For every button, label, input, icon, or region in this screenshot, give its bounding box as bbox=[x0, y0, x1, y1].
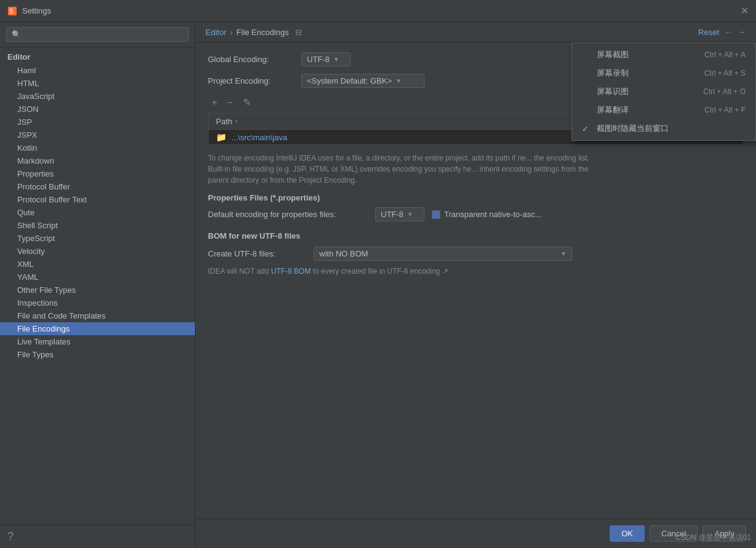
bom-section: BOM for new UTF-8 files Create UTF-8 fil… bbox=[208, 231, 744, 276]
main-panel: Editor › File Encodings ⊟ Reset ← → Glob… bbox=[196, 22, 756, 548]
context-item-ocr-shortcut: Ctrl + Alt + O bbox=[703, 87, 746, 96]
sidebar-item-other-file-types[interactable]: Other File Types bbox=[0, 284, 195, 296]
settings-window: S Settings ✕ Editor Haml HTML JavaScript… bbox=[0, 0, 756, 548]
title-bar: S Settings ✕ bbox=[0, 0, 756, 22]
window-title: Settings bbox=[22, 6, 51, 15]
sidebar-item-xml[interactable]: XML bbox=[0, 258, 195, 271]
path-cell: 📁 ...\src\main\java bbox=[216, 132, 613, 142]
info-text: To change encoding IntelliJ IDEA uses fo… bbox=[208, 153, 608, 186]
panel-content: Global Encoding: UTF-8 ▼ Project Encodin… bbox=[196, 42, 756, 518]
reset-button[interactable]: Reset bbox=[698, 28, 719, 37]
context-item-ocr-label: 屏幕识图 bbox=[597, 86, 629, 97]
default-encoding-label: Default encoding for properties files: bbox=[208, 210, 368, 219]
forward-button[interactable]: → bbox=[738, 27, 746, 37]
sidebar-item-velocity[interactable]: Velocity bbox=[0, 245, 195, 258]
edit-button[interactable]: ✎ bbox=[239, 95, 255, 109]
watermark: CSDN @星星不说话01 bbox=[675, 533, 751, 543]
folder-icon: 📁 bbox=[216, 132, 226, 142]
context-menu-record[interactable]: 屏幕录制 Ctrl + Alt + S bbox=[572, 64, 755, 82]
app-icon: S bbox=[7, 6, 17, 16]
sidebar-item-live-templates[interactable]: Live Templates bbox=[0, 335, 195, 348]
check-icon5: ✓ bbox=[582, 124, 592, 133]
add-button[interactable]: + bbox=[208, 96, 221, 109]
project-encoding-dropdown[interactable]: <System Default: GBK> ▼ bbox=[301, 74, 424, 88]
search-input[interactable] bbox=[6, 27, 189, 42]
sidebar-item-jspx[interactable]: JSPX bbox=[0, 129, 195, 141]
global-encoding-value: UTF-8 bbox=[307, 55, 330, 64]
sidebar-item-file-encodings[interactable]: File Encodings bbox=[0, 322, 195, 335]
header-actions: Reset ← → bbox=[698, 27, 746, 37]
sidebar-item-json[interactable]: JSON bbox=[0, 103, 195, 116]
bom-info-prefix: IDEA will NOT add bbox=[208, 267, 271, 276]
sidebar-item-file-and-code-templates[interactable]: File and Code Templates bbox=[0, 309, 195, 322]
transparent-checkbox[interactable] bbox=[432, 210, 440, 219]
search-container bbox=[0, 22, 195, 47]
bom-info-text: IDEA will NOT add UTF-8 BOM to every cre… bbox=[208, 267, 744, 276]
remove-button[interactable]: − bbox=[223, 96, 236, 109]
bom-section-title: BOM for new UTF-8 files bbox=[208, 231, 744, 240]
sidebar-item-markdown[interactable]: Markdown bbox=[0, 154, 195, 167]
dropdown-arrow-icon3: ▼ bbox=[407, 211, 413, 218]
global-encoding-label: Global Encoding: bbox=[208, 55, 294, 64]
sidebar-item-html[interactable]: HTML bbox=[0, 77, 195, 90]
context-menu-screenshot[interactable]: 屏幕截图 Ctrl + Alt + A bbox=[572, 46, 755, 64]
context-item-screenshot-shortcut: Ctrl + Alt + A bbox=[704, 50, 746, 59]
context-item-screenshot-label: 屏幕截图 bbox=[597, 49, 629, 60]
context-menu-translate[interactable]: 屏幕翻译 Ctrl + Alt + F bbox=[572, 101, 755, 119]
sidebar: Editor Haml HTML JavaScript JSON JSP JSP… bbox=[0, 22, 196, 548]
sidebar-item-qute[interactable]: Qute bbox=[0, 206, 195, 219]
bom-create-label: Create UTF-8 files: bbox=[208, 249, 306, 258]
dropdown-arrow-icon2: ▼ bbox=[396, 77, 402, 84]
breadcrumb: Editor › File Encodings ⊟ bbox=[205, 28, 302, 37]
breadcrumb-separator: › bbox=[230, 28, 233, 37]
sidebar-item-shell-script[interactable]: Shell Script bbox=[0, 219, 195, 232]
sidebar-item-properties[interactable]: Properties bbox=[0, 167, 195, 180]
transparent-label: Transparent native-to-asc... bbox=[444, 210, 541, 219]
project-encoding-value: <System Default: GBK> bbox=[307, 76, 392, 85]
project-encoding-label: Project Encoding: bbox=[208, 76, 294, 85]
path-value: ...\src\main\java bbox=[231, 133, 287, 142]
settings-pin-icon: ⊟ bbox=[295, 28, 302, 37]
close-button[interactable]: ✕ bbox=[741, 5, 749, 17]
path-column-header[interactable]: Path ↑ bbox=[209, 114, 620, 129]
context-menu-ocr[interactable]: 屏幕识图 Ctrl + Alt + O bbox=[572, 82, 755, 101]
sidebar-bottom: ? bbox=[0, 525, 195, 548]
default-encoding-row: Default encoding for properties files: U… bbox=[208, 207, 744, 221]
svg-text:S: S bbox=[9, 8, 14, 15]
bom-info-link[interactable]: UTF-8 BOM bbox=[271, 267, 311, 276]
context-item-translate-label: 屏幕翻译 bbox=[597, 105, 629, 116]
main-content-area: Editor Haml HTML JavaScript JSON JSP JSP… bbox=[0, 22, 756, 548]
panel-header: Editor › File Encodings ⊟ Reset ← → bbox=[196, 22, 756, 42]
context-menu-hide-window[interactable]: ✓ 截图时隐藏当前窗口 bbox=[572, 119, 755, 138]
sidebar-item-jsp[interactable]: JSP bbox=[0, 116, 195, 129]
sidebar-item-inspections[interactable]: Inspections bbox=[0, 296, 195, 309]
bom-create-dropdown[interactable]: with NO BOM ▼ bbox=[314, 247, 572, 261]
sort-arrow-icon: ↑ bbox=[235, 118, 238, 125]
sidebar-item-haml[interactable]: Haml bbox=[0, 64, 195, 77]
properties-section-title: Properties Files (*.properties) bbox=[208, 193, 744, 202]
ok-button[interactable]: OK bbox=[610, 525, 645, 542]
transparent-checkbox-row: Transparent native-to-asc... bbox=[432, 210, 541, 219]
sidebar-item-typescript[interactable]: TypeScript bbox=[0, 232, 195, 245]
context-item-hide-label: 截图时隐藏当前窗口 bbox=[597, 123, 669, 134]
sidebar-item-protocol-buffer[interactable]: Protocol Buffer bbox=[0, 180, 195, 193]
breadcrumb-editor[interactable]: Editor bbox=[205, 28, 226, 37]
default-encoding-dropdown[interactable]: UTF-8 ▼ bbox=[375, 207, 424, 221]
help-icon[interactable]: ? bbox=[7, 530, 14, 542]
sidebar-item-javascript[interactable]: JavaScript bbox=[0, 90, 195, 103]
sidebar-section-editor[interactable]: Editor bbox=[0, 50, 195, 64]
sidebar-item-protocol-buffer-text[interactable]: Protocol Buffer Text bbox=[0, 193, 195, 206]
sidebar-item-file-types[interactable]: File Types bbox=[0, 348, 195, 361]
context-item-translate-shortcut: Ctrl + Alt + F bbox=[704, 106, 746, 114]
sidebar-list: Editor Haml HTML JavaScript JSON JSP JSP… bbox=[0, 47, 195, 525]
context-item-record-label: 屏幕录制 bbox=[597, 68, 629, 79]
context-item-record-shortcut: Ctrl + Alt + S bbox=[704, 69, 746, 77]
global-encoding-dropdown[interactable]: UTF-8 ▼ bbox=[301, 52, 351, 66]
sidebar-item-yaml[interactable]: YAML bbox=[0, 271, 195, 284]
breadcrumb-current: File Encodings bbox=[236, 28, 288, 37]
sidebar-item-kotlin[interactable]: Kotlin bbox=[0, 141, 195, 154]
back-button[interactable]: ← bbox=[724, 27, 733, 37]
bom-row: Create UTF-8 files: with NO BOM ▼ bbox=[208, 247, 744, 261]
dialog-footer: OK Cancel Apply bbox=[196, 518, 756, 548]
bom-info-suffix: to every created file in UTF-8 encoding … bbox=[311, 267, 448, 276]
